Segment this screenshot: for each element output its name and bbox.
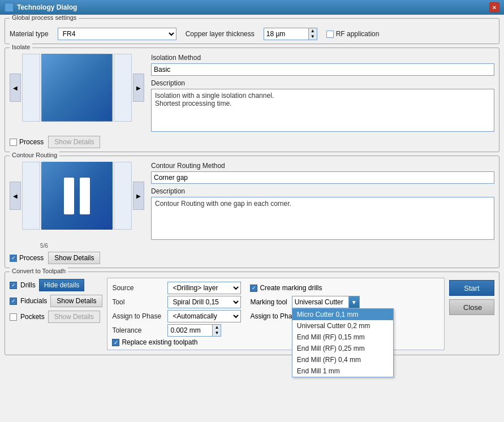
contour-counter: 5/6 bbox=[40, 243, 48, 249]
tolerance-increment[interactable]: ▲ bbox=[213, 325, 221, 330]
global-settings-title: Global process settings bbox=[10, 15, 79, 21]
tolerance-input[interactable] bbox=[167, 324, 213, 337]
hide-details-button[interactable]: Hide details bbox=[39, 279, 85, 291]
fiducials-row: ✓ Fiducials Show Details bbox=[10, 295, 102, 307]
marking-tool-wrap: Marking tool ▼ Micro Cutter 0,1 mm Unive… bbox=[250, 296, 359, 308]
close-dialog-button[interactable]: Close bbox=[449, 299, 494, 315]
pockets-show-details-button[interactable]: Show Details bbox=[48, 311, 100, 323]
isolate-process-checkbox[interactable] bbox=[10, 139, 17, 146]
isolation-method-label: Isolation Method bbox=[151, 54, 494, 62]
contour-right: Contour Routing Method Description bbox=[151, 162, 494, 242]
contour-process-checkbox[interactable]: ✓ bbox=[10, 255, 17, 262]
copper-thickness-label: Copper layer thickness bbox=[186, 30, 255, 38]
convert-toolpath-group: Convert to Toolpath ✓ Drills Hide detail… bbox=[5, 272, 499, 355]
contour-carousel: ◀ ▶ bbox=[10, 162, 144, 230]
copper-decrement[interactable]: ▼ bbox=[309, 34, 317, 40]
pockets-checkbox[interactable] bbox=[10, 313, 17, 321]
start-button[interactable]: Start bbox=[449, 280, 494, 296]
marking-select-wrap: ▼ Micro Cutter 0,1 mm Universal Cutter 0… bbox=[292, 296, 360, 308]
isolate-main-image bbox=[41, 54, 113, 122]
contour-process-label[interactable]: ✓ Process bbox=[10, 254, 44, 262]
dropdown-item-1[interactable]: Universal Cutter 0,2 mm bbox=[292, 320, 393, 331]
contour-method-label: Contour Routing Method bbox=[151, 162, 494, 170]
contour-counter-wrap: 5/6 bbox=[40, 242, 494, 249]
contour-show-details-button[interactable]: Show Details bbox=[48, 252, 100, 264]
isolate-thumb-left bbox=[22, 54, 40, 122]
contour-inner: ◀ ▶ Contour Routing Method Description bbox=[10, 162, 494, 242]
dialog-title: Technology Dialog bbox=[17, 3, 77, 11]
left-checks: ✓ Drills Hide details ✓ Fiducials Show D… bbox=[10, 278, 102, 323]
isolate-desc-textarea[interactable] bbox=[151, 89, 494, 132]
contour-thumb-right bbox=[114, 162, 132, 230]
isolate-carousel: ◀ ▶ bbox=[10, 54, 144, 122]
global-settings-group: Global process settings Material type FR… bbox=[5, 18, 499, 44]
drills-label: Drills bbox=[20, 281, 36, 289]
tolerance-decrement[interactable]: ▼ bbox=[213, 330, 221, 336]
marking-tool-dropdown-btn[interactable]: ▼ bbox=[348, 296, 360, 308]
fiducials-checkbox[interactable]: ✓ bbox=[10, 298, 17, 305]
fiducials-label: Fiducials bbox=[20, 297, 47, 305]
drills-row: ✓ Drills Hide details bbox=[10, 279, 102, 291]
copper-thickness-input[interactable] bbox=[264, 28, 309, 40]
isolate-desc-label: Description bbox=[151, 79, 494, 87]
marking-tool-label: Marking tool bbox=[250, 298, 287, 306]
tolerance-wrap: ▲ ▼ bbox=[167, 324, 221, 337]
contour-main-image bbox=[41, 162, 113, 230]
tolerance-spinner: ▲ ▼ bbox=[213, 324, 221, 337]
pockets-label: Pockets bbox=[20, 313, 45, 321]
global-settings-row: Material type FR4 Copper layer thickness… bbox=[10, 24, 494, 40]
tolerance-label: Tolerance bbox=[112, 326, 163, 334]
isolate-show-details-button[interactable]: Show Details bbox=[48, 136, 100, 148]
contour-process-row: ✓ Process Show Details bbox=[10, 252, 494, 264]
close-button[interactable]: × bbox=[489, 2, 499, 12]
rf-application-checkbox[interactable] bbox=[326, 31, 334, 38]
isolation-method-input[interactable] bbox=[151, 63, 494, 76]
isolate-inner: ◀ ▶ Isolation Method Description bbox=[10, 54, 494, 134]
contour-desc-label: Description bbox=[151, 187, 494, 195]
contour-bar-left bbox=[64, 178, 74, 214]
fiducials-show-details-button[interactable]: Show Details bbox=[50, 295, 102, 307]
contour-process-text: Process bbox=[19, 254, 44, 262]
title-bar-left: Technology Dialog bbox=[5, 3, 77, 12]
isolate-process-label[interactable]: Process bbox=[10, 138, 44, 146]
isolate-prev-arrow[interactable]: ◀ bbox=[10, 74, 21, 102]
dropdown-item-0[interactable]: Micro Cutter 0,1 mm bbox=[292, 309, 393, 320]
material-type-select[interactable]: FR4 bbox=[58, 28, 176, 40]
app-icon bbox=[5, 3, 14, 12]
isolate-right: Isolation Method Description bbox=[151, 54, 494, 134]
source-select[interactable]: <Drilling> layer bbox=[167, 282, 241, 294]
pockets-row: Pockets Show Details bbox=[10, 311, 102, 323]
isolate-next-arrow[interactable]: ▶ bbox=[133, 74, 144, 102]
contour-thumb-left bbox=[22, 162, 40, 230]
copper-increment[interactable]: ▲ bbox=[309, 28, 317, 34]
title-bar: Technology Dialog × bbox=[0, 0, 504, 15]
tool-row: Tool Spiral Drill 0,15 Marking tool ▼ Mi… bbox=[112, 296, 440, 308]
create-marking-wrap: ✓ Create marking drills bbox=[250, 284, 322, 292]
copper-thickness-wrap: ▲ ▼ bbox=[264, 28, 317, 40]
create-marking-label: Create marking drills bbox=[260, 284, 322, 292]
dropdown-item-3[interactable]: End Mill (RF) 0,25 mm bbox=[292, 343, 393, 354]
isolate-process-text: Process bbox=[19, 138, 44, 146]
replace-check-mark: ✓ bbox=[114, 339, 118, 346]
dropdown-item-2[interactable]: End Mill (RF) 0,15 mm bbox=[292, 331, 393, 343]
convert-bottom-row: ✓ Drills Hide details ✓ Fiducials Show D… bbox=[10, 278, 494, 350]
contour-next-arrow[interactable]: ▶ bbox=[133, 182, 144, 210]
contour-method-input[interactable] bbox=[151, 171, 494, 184]
contour-routing-group: Contour Routing ◀ ▶ Contour Routing Meth… bbox=[5, 156, 499, 268]
dialog-body: Global process settings Material type FR… bbox=[0, 15, 504, 422]
isolate-title: Isolate bbox=[10, 44, 32, 50]
rf-application-label: RF application bbox=[336, 30, 380, 38]
contour-desc-textarea[interactable] bbox=[151, 197, 494, 240]
copper-spinner: ▲ ▼ bbox=[309, 28, 317, 40]
contour-routing-title: Contour Routing bbox=[10, 152, 59, 158]
dropdown-item-4[interactable]: End Mill (RF) 0,4 mm bbox=[292, 354, 393, 365]
replace-existing-checkbox[interactable]: ✓ bbox=[112, 339, 119, 346]
material-type-label: Material type bbox=[10, 30, 49, 38]
assign-phase-select[interactable]: <Automatically bbox=[167, 310, 241, 322]
tool-label: Tool bbox=[112, 298, 163, 306]
drills-checkbox[interactable]: ✓ bbox=[10, 282, 17, 289]
create-marking-checkbox[interactable]: ✓ bbox=[250, 285, 257, 292]
tool-select[interactable]: Spiral Drill 0,15 bbox=[167, 296, 241, 308]
contour-prev-arrow[interactable]: ◀ bbox=[10, 182, 21, 210]
dropdown-item-5[interactable]: End Mill 1 mm bbox=[292, 365, 393, 377]
